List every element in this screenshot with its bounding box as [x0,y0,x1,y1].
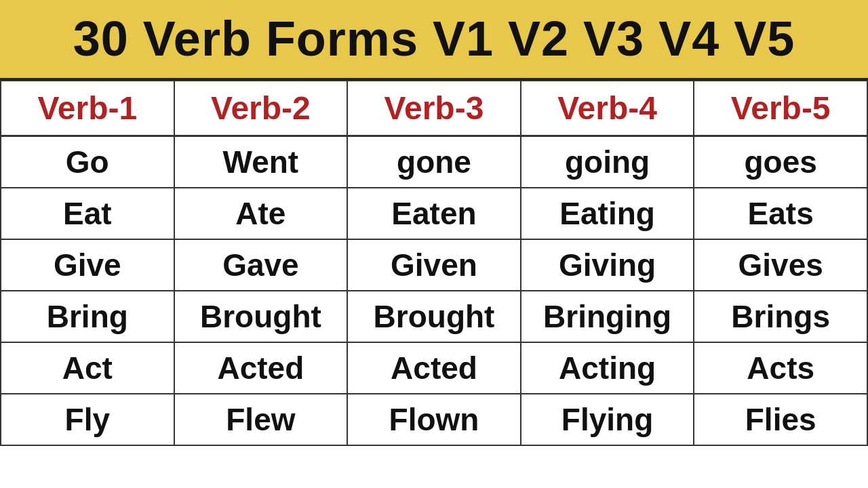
col-header-v3: Verb-3 [347,81,521,136]
cell-r2-c3: Giving [521,239,694,291]
cell-r0-c1: Went [174,136,348,188]
page-title: 30 Verb Forms V1 V2 V3 V4 V5 [73,12,795,66]
cell-r2-c0: Give [1,239,174,291]
verb-table-container: Verb-1 Verb-2 Verb-3 Verb-4 Verb-5 GoWen… [0,80,868,446]
cell-r4-c4: Acts [694,342,867,394]
cell-r5-c3: Flying [521,394,694,445]
cell-r1-c0: Eat [1,188,174,239]
table-row: ActActedActedActingActs [1,342,867,394]
cell-r5-c1: Flew [174,394,348,445]
table-row: GiveGaveGivenGivingGives [1,239,867,291]
page-header: 30 Verb Forms V1 V2 V3 V4 V5 [0,0,868,80]
cell-r1-c2: Eaten [347,188,521,239]
cell-r5-c0: Fly [1,394,174,445]
cell-r0-c2: gone [347,136,521,188]
cell-r2-c1: Gave [174,239,348,291]
verb-table: Verb-1 Verb-2 Verb-3 Verb-4 Verb-5 GoWen… [0,80,868,446]
cell-r4-c3: Acting [521,342,694,394]
cell-r1-c4: Eats [694,188,867,239]
cell-r2-c2: Given [347,239,521,291]
col-header-v2: Verb-2 [174,81,348,136]
cell-r1-c1: Ate [174,188,348,239]
cell-r5-c2: Flown [347,394,521,445]
table-row: EatAteEatenEatingEats [1,188,867,239]
cell-r0-c0: Go [1,136,174,188]
table-body: GoWentgonegoinggoesEatAteEatenEatingEats… [1,136,867,446]
cell-r4-c0: Act [1,342,174,394]
cell-r0-c4: goes [694,136,867,188]
cell-r3-c4: Brings [694,291,867,342]
table-row: FlyFlewFlownFlyingFlies [1,394,867,445]
cell-r3-c1: Brought [174,291,348,342]
table-row: GoWentgonegoinggoes [1,136,867,188]
cell-r3-c0: Bring [1,291,174,342]
cell-r5-c4: Flies [694,394,867,445]
table-header: Verb-1 Verb-2 Verb-3 Verb-4 Verb-5 [1,81,867,136]
cell-r3-c2: Brought [347,291,521,342]
col-header-v1: Verb-1 [1,81,174,136]
cell-r4-c2: Acted [347,342,521,394]
cell-r4-c1: Acted [174,342,348,394]
col-header-v5: Verb-5 [694,81,867,136]
cell-r3-c3: Bringing [521,291,694,342]
cell-r0-c3: going [521,136,694,188]
col-header-v4: Verb-4 [521,81,694,136]
table-row: BringBroughtBroughtBringingBrings [1,291,867,342]
cell-r1-c3: Eating [521,188,694,239]
cell-r2-c4: Gives [694,239,867,291]
